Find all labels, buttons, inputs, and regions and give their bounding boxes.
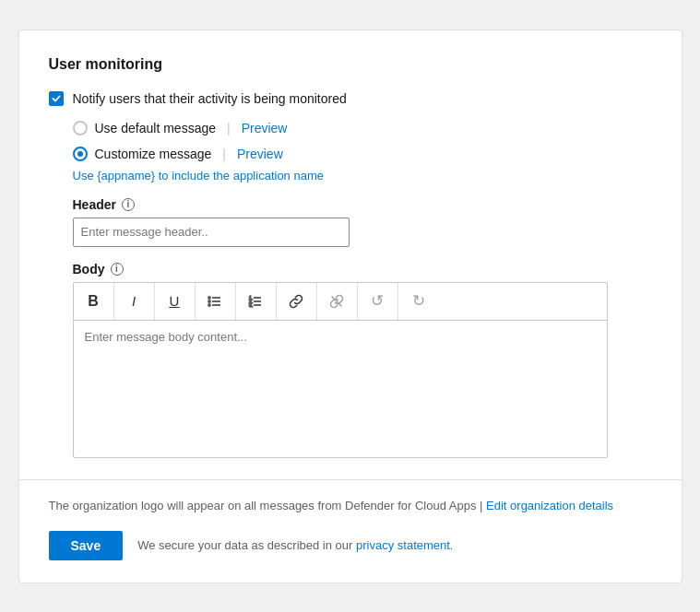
radio-group: Use default message | Preview Customize … [73, 121, 652, 161]
footer-info: The organization logo will appear on all… [49, 499, 652, 512]
svg-point-0 [208, 296, 210, 298]
save-row: Save We secure your data as described in… [49, 531, 652, 560]
radio-customize-inner [77, 151, 83, 157]
svg-point-2 [208, 300, 210, 301]
body-info-icon: i [111, 263, 124, 276]
toolbar-redo-button[interactable]: ↻ [398, 283, 439, 320]
svg-text:3.: 3. [249, 301, 253, 307]
header-field-group: Header i [73, 197, 652, 247]
edit-org-link[interactable]: Edit organization details [486, 499, 613, 512]
org-logo-text: The organization logo will appear on all… [49, 499, 477, 512]
radio-customize-label: Customize message [95, 147, 212, 161]
notify-checkbox-row[interactable]: Notify users that their activity is bein… [49, 91, 652, 106]
main-card: User monitoring Notify users that their … [18, 29, 682, 583]
toolbar-bold-button[interactable]: B [74, 283, 114, 320]
toolbar-unlink-button[interactable] [317, 283, 358, 320]
body-toolbar: B I U 1. 2. 3. [73, 282, 608, 320]
preview-default-link[interactable]: Preview [242, 121, 288, 135]
header-info-icon: i [122, 198, 135, 211]
header-label: Header i [73, 197, 652, 212]
radio-default-row[interactable]: Use default message | Preview [73, 121, 652, 135]
radio-default-label: Use default message [95, 121, 217, 135]
preview-customize-link[interactable]: Preview [237, 147, 283, 161]
toolbar-ordered-list-button[interactable]: 1. 2. 3. [236, 283, 277, 320]
notify-checkbox-label: Notify users that their activity is bein… [73, 91, 347, 106]
svg-line-12 [332, 297, 341, 306]
separator-default: | [227, 121, 231, 135]
appname-hint: Use {appname} to include the application… [73, 169, 652, 182]
save-button[interactable]: Save [49, 531, 124, 560]
header-input[interactable] [73, 218, 350, 247]
footer-separator: | [480, 499, 486, 512]
body-label: Body i [73, 262, 652, 277]
body-textarea[interactable] [73, 320, 608, 458]
radio-default[interactable] [73, 121, 88, 135]
toolbar-link-button[interactable] [277, 283, 317, 320]
privacy-text: We secure your data as described in our … [137, 538, 453, 552]
body-field-group: Body i B I U 1. [73, 262, 652, 461]
radio-customize-row[interactable]: Customize message | Preview [73, 147, 652, 161]
divider [19, 479, 682, 480]
body-label-text: Body [73, 262, 105, 277]
notify-checkbox[interactable] [49, 91, 64, 106]
privacy-prefix: We secure your data as described in our [137, 538, 352, 552]
toolbar-unordered-list-button[interactable] [196, 283, 236, 320]
header-label-text: Header [73, 197, 116, 212]
separator-customize: | [222, 147, 226, 161]
privacy-link[interactable]: privacy statement. [356, 538, 454, 552]
toolbar-underline-button[interactable]: U [155, 283, 196, 320]
section-title: User monitoring [49, 56, 652, 73]
toolbar-undo-button[interactable]: ↺ [358, 283, 398, 320]
toolbar-italic-button[interactable]: I [114, 283, 155, 320]
radio-customize[interactable] [73, 147, 88, 161]
svg-point-4 [208, 303, 210, 305]
